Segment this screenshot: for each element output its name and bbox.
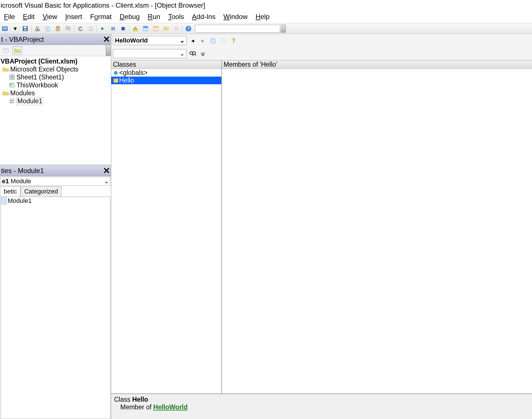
project-pane-close-icon[interactable]: ✕ bbox=[102, 35, 111, 44]
properties-window-icon[interactable] bbox=[151, 24, 161, 33]
properties-object-combo[interactable]: e1 Module ⌄ bbox=[1, 177, 110, 186]
svg-rect-19 bbox=[113, 27, 115, 30]
svg-rect-2 bbox=[3, 29, 7, 29]
nav-forward-icon[interactable]: ▸ bbox=[199, 36, 207, 45]
members-list bbox=[222, 69, 532, 393]
svg-rect-44 bbox=[10, 84, 12, 85]
svg-rect-21 bbox=[133, 29, 137, 31]
class-item-hello[interactable]: Hello bbox=[111, 77, 221, 84]
view-code-icon[interactable] bbox=[1, 46, 11, 55]
tab-alphabetic[interactable]: betic bbox=[0, 186, 20, 197]
properties-row-name[interactable]: Module1 bbox=[1, 197, 110, 205]
properties-pane-close-icon[interactable]: ✕ bbox=[102, 166, 111, 175]
run-icon[interactable] bbox=[98, 24, 108, 33]
toolbox-icon[interactable] bbox=[171, 24, 181, 33]
menu-window[interactable]: Window bbox=[219, 12, 251, 22]
svg-rect-61 bbox=[114, 79, 115, 81]
tree-folder-excel-objects[interactable]: Microsoft Excel Objects bbox=[0, 65, 111, 73]
object-browser-toolbar: HelloWorld ⌄ ◂ ▸ ⌄ bbox=[111, 34, 532, 60]
object-browser: HelloWorld ⌄ ◂ ▸ ⌄ Classes bbox=[111, 34, 532, 419]
class-item-globals[interactable]: <globals> bbox=[111, 69, 221, 77]
svg-rect-43 bbox=[10, 83, 14, 87]
svg-marker-17 bbox=[101, 27, 104, 30]
menu-addins[interactable]: Add-Ins bbox=[188, 12, 220, 22]
object-browser-body: Classes <globals> Hello Members of 'Hell… bbox=[111, 60, 532, 393]
project-toolbar-scroll-icon[interactable] bbox=[106, 45, 111, 56]
nav-back-icon[interactable]: ◂ bbox=[188, 36, 197, 45]
view-excel-icon[interactable] bbox=[0, 24, 10, 33]
design-mode-icon[interactable] bbox=[131, 24, 140, 33]
globals-icon bbox=[112, 71, 119, 75]
tree-root-vbaproject[interactable]: VBAProject (Client.xlsm) bbox=[0, 57, 111, 65]
svg-rect-20 bbox=[121, 27, 125, 30]
menu-help[interactable]: Help bbox=[252, 12, 274, 22]
classes-header: Classes bbox=[111, 60, 221, 69]
menu-file[interactable]: File bbox=[0, 12, 19, 22]
classes-list: <globals> Hello bbox=[111, 69, 221, 393]
project-explorer-icon[interactable] bbox=[141, 24, 150, 33]
properties-grid: Module1 bbox=[1, 197, 110, 419]
tree-item-thisworkbook[interactable]: ThisWorkbook bbox=[0, 81, 111, 89]
svg-rect-27 bbox=[153, 26, 158, 28]
properties-pane-title-text: ties - Module1 bbox=[1, 167, 44, 175]
svg-text:?: ? bbox=[187, 26, 190, 31]
help-icon[interactable]: ? bbox=[184, 24, 193, 33]
svg-rect-25 bbox=[144, 29, 147, 29]
find-icon[interactable] bbox=[63, 24, 73, 33]
svg-line-58 bbox=[195, 54, 196, 56]
menu-insert[interactable]: Insert bbox=[61, 12, 86, 22]
object-browser-details: Class Hello Member of HelloWorld bbox=[111, 393, 532, 419]
cut-icon[interactable] bbox=[33, 24, 42, 33]
procedure-combo-dropdown-icon[interactable] bbox=[281, 25, 286, 33]
break-icon[interactable] bbox=[108, 24, 118, 33]
menu-run[interactable]: Run bbox=[144, 12, 164, 22]
procedure-combo[interactable] bbox=[195, 25, 280, 33]
svg-rect-1 bbox=[3, 28, 7, 28]
copy-icon[interactable] bbox=[43, 24, 52, 33]
svg-rect-46 bbox=[10, 99, 14, 103]
svg-point-50 bbox=[12, 102, 13, 103]
details-line-2: Member of HelloWorld bbox=[114, 403, 529, 411]
details-library-link[interactable]: HelloWorld bbox=[153, 403, 188, 411]
svg-marker-45 bbox=[3, 92, 9, 95]
menu-tools[interactable]: Tools bbox=[164, 12, 188, 22]
search-icon[interactable] bbox=[188, 49, 197, 58]
svg-marker-37 bbox=[3, 68, 9, 71]
undo-icon[interactable] bbox=[75, 24, 85, 33]
tree-item-sheet1[interactable]: Sheet1 (Sheet1) bbox=[0, 73, 111, 81]
menu-edit[interactable]: Edit bbox=[19, 12, 39, 22]
tree-item-module1[interactable]: Module1 bbox=[0, 97, 111, 105]
tab-categorized[interactable]: Categorized bbox=[20, 186, 62, 197]
show-search-results-icon[interactable] bbox=[199, 49, 207, 58]
save-icon[interactable] bbox=[20, 24, 30, 33]
object-browser-icon[interactable] bbox=[161, 24, 171, 33]
svg-rect-5 bbox=[24, 29, 26, 31]
copy-to-clipboard-icon[interactable] bbox=[209, 36, 217, 45]
search-combo[interactable]: ⌄ bbox=[113, 49, 187, 58]
svg-point-57 bbox=[193, 52, 195, 54]
svg-marker-22 bbox=[134, 27, 136, 29]
help-icon[interactable] bbox=[229, 36, 238, 45]
toggle-folders-icon[interactable] bbox=[12, 46, 22, 55]
chevron-down-icon: ⌄ bbox=[104, 178, 109, 185]
project-tree: VBAProject (Client.xlsm) Microsoft Excel… bbox=[0, 56, 111, 165]
svg-rect-4 bbox=[24, 27, 27, 28]
module-icon bbox=[9, 98, 15, 104]
tree-folder-modules[interactable]: Modules bbox=[0, 89, 111, 97]
folder-icon bbox=[2, 90, 9, 96]
redo-icon[interactable] bbox=[86, 24, 95, 33]
svg-point-55 bbox=[190, 52, 193, 54]
view-definition-icon[interactable] bbox=[219, 36, 228, 45]
svg-point-6 bbox=[35, 29, 37, 31]
library-combo[interactable]: HelloWorld ⌄ bbox=[113, 36, 187, 45]
menu-debug[interactable]: Debug bbox=[116, 12, 144, 22]
dropdown-icon[interactable]: ▾ bbox=[10, 24, 20, 33]
property-value-cell[interactable]: Module1 bbox=[7, 197, 31, 205]
menu-view[interactable]: View bbox=[39, 12, 61, 22]
reset-icon[interactable] bbox=[118, 24, 128, 33]
menu-format[interactable]: Format bbox=[86, 12, 116, 22]
members-header: Members of 'Hello' bbox=[222, 60, 532, 69]
paste-icon[interactable] bbox=[53, 24, 63, 33]
svg-point-30 bbox=[165, 28, 167, 30]
menu-bar: File Edit View Insert Format Debug Run T… bbox=[0, 10, 532, 23]
